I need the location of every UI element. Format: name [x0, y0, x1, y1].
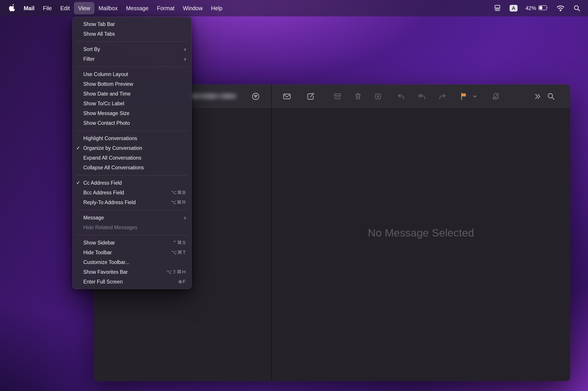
menu-item-label: Show All Tabs	[83, 31, 186, 37]
trash-icon[interactable]	[353, 92, 363, 101]
menubar-item-mail[interactable]: Mail	[19, 2, 39, 14]
menu-item-shortcut: ⌃⌘S	[172, 240, 186, 246]
battery-indicator[interactable]: 42%	[525, 5, 548, 11]
menu-item-shortcut: ⌥⌘T	[171, 250, 186, 255]
chevron-right-icon: ›	[184, 46, 186, 52]
menu-item-label: Show Bottom Preview	[83, 81, 186, 87]
menu-item-label: Enter Full Screen	[83, 279, 178, 285]
menu-item-label: Cc Address Field	[83, 180, 186, 186]
menu-item-label: Reply-To Address Field	[83, 199, 171, 205]
menubar-item-edit[interactable]: Edit	[56, 2, 74, 14]
menu-item-filter[interactable]: Filter›	[73, 54, 191, 64]
reply-all-icon[interactable]	[417, 92, 427, 101]
spotlight-search-icon[interactable]	[573, 4, 581, 12]
input-source-badge[interactable]: A	[509, 5, 517, 11]
menu-item-label: Show Contact Photo	[83, 120, 186, 126]
chevron-down-icon[interactable]	[472, 94, 477, 99]
menu-item-label: Bcc Address Field	[83, 190, 171, 196]
menu-item-label: Expand All Conversations	[83, 155, 186, 161]
view-menu-dropdown: Show Tab BarShow All TabsSort By›Filter›…	[73, 17, 192, 289]
checkmark-icon: ✓	[76, 180, 83, 186]
menu-item-shortcut: ⊕F	[178, 279, 186, 285]
flag-icon[interactable]	[459, 92, 468, 101]
menubar-item-format[interactable]: Format	[153, 2, 178, 14]
menu-item-message[interactable]: Message›	[73, 213, 191, 222]
chevron-right-icon: ›	[184, 214, 186, 221]
menu-item-label: Organize by Conversation	[83, 145, 186, 151]
apple-logo-icon	[9, 3, 16, 13]
menu-item-label: Customize Toolbar...	[83, 259, 186, 265]
menu-item-label: Show To/Cc Label	[83, 101, 186, 107]
menu-item-hide-related-messages: Hide Related Messages	[73, 222, 191, 232]
menu-bar-left: MailFileEditViewMailboxMessageFormatWind…	[0, 2, 227, 14]
mute-icon[interactable]	[491, 92, 501, 101]
menubar-item-file[interactable]: File	[39, 2, 56, 14]
menu-item-label: Collapse All Conversations	[83, 165, 186, 171]
archive-icon[interactable]	[333, 92, 342, 101]
checkmark-icon: ✓	[76, 145, 83, 151]
filter-icon[interactable]	[251, 92, 260, 101]
menu-item-label: Filter	[83, 56, 181, 62]
menubar-item-mailbox[interactable]: Mailbox	[94, 2, 122, 14]
menu-item-show-sidebar[interactable]: Show Sidebar⌃⌘S	[73, 238, 191, 248]
menubar-item-help[interactable]: Help	[207, 2, 226, 14]
menu-item-show-contact-photo[interactable]: Show Contact Photo	[73, 118, 191, 128]
menu-separator	[77, 41, 187, 42]
menu-item-expand-all-conversations[interactable]: Expand All Conversations	[73, 153, 191, 163]
menu-item-label: Hide Toolbar	[83, 250, 171, 256]
menu-item-label: Sort By	[83, 46, 181, 52]
menu-item-shortcut: ⌥⌘B	[171, 190, 186, 196]
forward-icon[interactable]	[437, 92, 447, 101]
menu-item-label: Show Message Size	[83, 110, 186, 116]
menu-item-label: Show Sidebar	[83, 240, 172, 246]
menu-item-sort-by[interactable]: Sort By›	[73, 44, 191, 54]
junk-icon[interactable]	[373, 92, 383, 101]
menu-item-show-message-size[interactable]: Show Message Size	[73, 108, 191, 118]
menu-item-label: Show Favorites Bar	[83, 269, 166, 275]
menu-item-enter-full-screen[interactable]: Enter Full Screen⊕F	[73, 277, 191, 287]
menu-separator	[77, 67, 187, 67]
menu-item-highlight-conversations[interactable]: Highlight Conversations	[73, 133, 191, 143]
menu-item-show-tab-bar[interactable]: Show Tab Bar	[73, 19, 191, 29]
menu-item-show-favorites-bar[interactable]: Show Favorites Bar⌥⇧⌘H	[73, 267, 191, 277]
reply-icon[interactable]	[396, 92, 406, 101]
empty-state-text: No Message Selected	[368, 226, 474, 239]
more-icon[interactable]	[532, 92, 542, 101]
menu-item-collapse-all-conversations[interactable]: Collapse All Conversations	[73, 163, 191, 173]
stacks-icon[interactable]	[493, 4, 502, 12]
menubar-item-message[interactable]: Message	[122, 2, 153, 14]
menu-separator	[77, 235, 187, 235]
chevron-right-icon: ›	[184, 56, 186, 62]
menu-item-bcc-address-field[interactable]: Bcc Address Field⌥⌘B	[73, 188, 191, 197]
redacted-mailbox-label	[191, 93, 237, 99]
check-mail-icon[interactable]	[282, 92, 292, 101]
menu-bar: MailFileEditViewMailboxMessageFormatWind…	[0, 0, 588, 16]
menu-item-organize-by-conversation[interactable]: ✓Organize by Conversation	[73, 143, 191, 153]
wifi-icon[interactable]	[556, 5, 565, 12]
menu-item-show-bottom-preview[interactable]: Show Bottom Preview	[73, 79, 191, 89]
message-view-pane: No Message Selected	[272, 109, 570, 381]
search-icon[interactable]	[546, 92, 556, 101]
menu-item-label: Highlight Conversations	[83, 135, 186, 141]
menu-item-cc-address-field[interactable]: ✓Cc Address Field	[73, 178, 191, 188]
menu-separator	[77, 210, 187, 210]
menu-item-customize-toolbar[interactable]: Customize Toolbar...	[73, 257, 191, 267]
menu-bar-status: A 42%	[493, 4, 588, 12]
menu-item-show-to-cc-label[interactable]: Show To/Cc Label	[73, 99, 191, 108]
pane-divider[interactable]	[271, 85, 272, 381]
menu-item-shortcut: ⌥⇧⌘H	[166, 269, 186, 275]
compose-icon[interactable]	[306, 92, 316, 101]
menu-item-use-column-layout[interactable]: Use Column Layout	[73, 69, 191, 79]
menu-item-show-all-tabs[interactable]: Show All Tabs	[73, 29, 191, 39]
menubar-item-window[interactable]: Window	[179, 2, 207, 14]
menu-item-label: Use Column Layout	[83, 71, 186, 77]
menu-item-label: Show Date and Time	[83, 91, 186, 97]
menu-item-hide-toolbar[interactable]: Hide Toolbar⌥⌘T	[73, 248, 191, 257]
menu-item-label: Message	[83, 215, 181, 221]
menu-bar-apps: MailFileEditViewMailboxMessageFormatWind…	[19, 2, 227, 14]
menubar-item-view[interactable]: View	[74, 2, 94, 14]
menu-item-shortcut: ⌥⌘R	[171, 199, 186, 205]
menu-item-show-date-and-time[interactable]: Show Date and Time	[73, 89, 191, 99]
menu-item-reply-to-address-field[interactable]: Reply-To Address Field⌥⌘R	[73, 197, 191, 207]
apple-menu[interactable]	[8, 3, 17, 13]
